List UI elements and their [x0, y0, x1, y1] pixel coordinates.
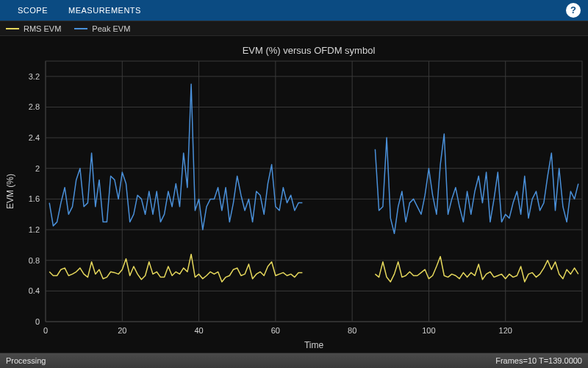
svg-text:60: 60: [271, 326, 280, 335]
svg-text:80: 80: [348, 326, 356, 335]
svg-text:2.4: 2.4: [29, 133, 40, 142]
svg-text:0: 0: [43, 326, 48, 335]
svg-text:0.8: 0.8: [29, 256, 40, 265]
legend-swatch-rms: [6, 28, 19, 29]
status-bar: Processing Frames=10 T=139.0000: [0, 353, 588, 368]
svg-text:40: 40: [194, 326, 203, 335]
chart-title: EVM (%) versus OFDM symbol: [243, 45, 376, 56]
svg-rect-16: [46, 61, 582, 322]
legend-item-peak[interactable]: Peak EVM: [74, 24, 130, 33]
legend-bar: RMS EVM Peak EVM: [0, 21, 588, 36]
svg-text:20: 20: [118, 326, 126, 335]
svg-text:2: 2: [35, 164, 40, 173]
chart-region[interactable]: EVM (%) versus OFDM symbol 0204060801001…: [0, 36, 588, 353]
svg-text:0: 0: [35, 317, 40, 326]
legend-label-rms: RMS EVM: [24, 24, 61, 33]
chart-svg: EVM (%) versus OFDM symbol 0204060801001…: [0, 36, 588, 353]
y-axis-label: EVM (%): [5, 174, 15, 209]
svg-text:100: 100: [422, 326, 435, 335]
svg-text:2.8: 2.8: [29, 102, 40, 111]
help-icon[interactable]: ?: [566, 3, 581, 18]
tab-scope[interactable]: SCOPE: [18, 6, 48, 15]
legend-label-peak: Peak EVM: [92, 24, 130, 33]
status-right: Frames=10 T=139.0000: [495, 356, 582, 365]
svg-text:120: 120: [499, 326, 512, 335]
top-toolbar: SCOPE MEASUREMENTS ?: [0, 0, 588, 21]
svg-text:0.4: 0.4: [29, 286, 40, 295]
x-axis-label: Time: [304, 340, 324, 350]
tab-measurements[interactable]: MEASUREMENTS: [68, 6, 141, 15]
legend-swatch-peak: [74, 28, 87, 29]
svg-text:1.2: 1.2: [29, 225, 40, 234]
svg-text:3.2: 3.2: [29, 72, 40, 81]
svg-text:1.6: 1.6: [29, 194, 40, 203]
legend-item-rms[interactable]: RMS EVM: [6, 24, 61, 33]
status-left: Processing: [6, 356, 46, 365]
